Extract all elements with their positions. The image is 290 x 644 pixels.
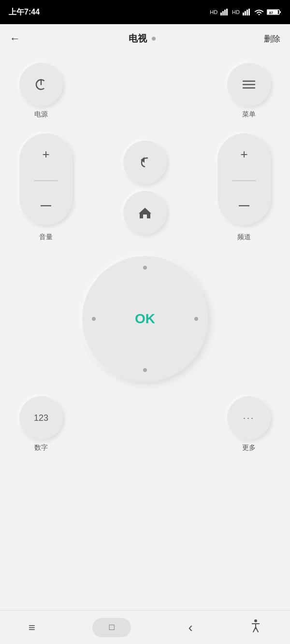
svg-rect-3 xyxy=(226,9,228,15)
svg-rect-5 xyxy=(245,11,246,15)
numbers-icon: 123 xyxy=(34,413,48,423)
power-col: 电源 xyxy=(19,63,63,119)
wifi-icon xyxy=(254,9,264,15)
signal-bars2-icon xyxy=(243,9,251,15)
channel-down-icon: — xyxy=(239,199,249,212)
volume-up-icon: + xyxy=(42,147,49,162)
signal2-icon: HD xyxy=(232,9,240,15)
volume-label: 音量 xyxy=(39,233,53,242)
title-status-dot xyxy=(152,37,156,41)
signal1-icon: HD xyxy=(210,9,218,15)
svg-rect-4 xyxy=(243,13,244,15)
sys-nav-accessibility-icon[interactable] xyxy=(250,619,261,636)
back-button[interactable]: ← xyxy=(10,32,20,45)
sys-nav-home-button[interactable]: □ xyxy=(92,618,131,637)
menu-icon xyxy=(242,79,256,90)
status-time: 上午7:44 xyxy=(9,7,40,17)
menu-label: 菜单 xyxy=(242,110,256,119)
numbers-label: 数字 xyxy=(34,444,48,452)
bottom-row: 123 数字 ··· 更多 xyxy=(19,396,271,452)
dpad-down-dot xyxy=(143,368,147,372)
volume-down-icon: — xyxy=(41,199,51,212)
svg-line-23 xyxy=(253,627,256,632)
channel-up-icon: + xyxy=(240,147,247,162)
sys-nav-back-icon[interactable]: ‹ xyxy=(188,620,192,635)
svg-line-24 xyxy=(256,627,258,632)
power-menu-row: 电源 菜单 xyxy=(19,63,271,119)
power-icon xyxy=(33,77,49,92)
menu-col: 菜单 xyxy=(227,63,271,119)
svg-rect-0 xyxy=(220,13,222,15)
svg-text:87: 87 xyxy=(269,11,273,14)
controls-row: + — 音量 + xyxy=(19,133,271,242)
dpad-left-dot xyxy=(92,317,96,321)
svg-rect-10 xyxy=(280,11,281,13)
page-title: 电视 xyxy=(129,32,156,45)
numbers-button[interactable]: 123 xyxy=(19,396,63,440)
ok-button[interactable]: OK xyxy=(135,311,155,327)
system-nav-bar: ≡ □ ‹ xyxy=(0,610,290,644)
dpad-right-dot xyxy=(194,317,198,321)
svg-rect-7 xyxy=(248,9,250,15)
top-nav: ← 电视 删除 xyxy=(0,24,290,53)
svg-rect-2 xyxy=(224,10,226,15)
back-nav-icon xyxy=(138,156,152,169)
dpad[interactable]: OK xyxy=(82,256,208,382)
channel-divider xyxy=(232,180,256,181)
channel-col: + — 频道 xyxy=(218,133,271,242)
more-col: ··· 更多 xyxy=(227,396,271,452)
main-content: 电源 菜单 + — 音量 xyxy=(0,53,290,472)
home-icon xyxy=(138,206,152,219)
status-icons: HD HD 87 xyxy=(210,9,281,15)
delete-button[interactable]: 删除 xyxy=(264,33,280,44)
dpad-up-dot xyxy=(143,266,147,270)
status-bar: 上午7:44 HD HD 87 xyxy=(0,0,290,24)
center-buttons xyxy=(123,141,167,234)
back-nav-button[interactable] xyxy=(123,141,167,184)
channel-pill[interactable]: + — xyxy=(218,133,271,225)
more-icon: ··· xyxy=(243,413,255,423)
svg-rect-6 xyxy=(246,10,248,15)
more-button[interactable]: ··· xyxy=(227,396,271,440)
signal-bars-icon xyxy=(220,9,229,15)
svg-rect-1 xyxy=(222,11,224,15)
battery-icon: 87 xyxy=(267,9,281,15)
volume-col: + — 音量 xyxy=(19,133,72,242)
svg-point-20 xyxy=(254,619,257,622)
sys-nav-menu-icon[interactable]: ≡ xyxy=(29,621,35,634)
power-button[interactable] xyxy=(19,63,63,106)
channel-label: 频道 xyxy=(237,233,251,242)
power-label: 电源 xyxy=(34,110,48,119)
more-label: 更多 xyxy=(242,444,256,452)
svg-rect-19 xyxy=(143,215,147,218)
sys-nav-home-icon: □ xyxy=(109,622,115,632)
volume-pill[interactable]: + — xyxy=(19,133,72,225)
volume-divider xyxy=(34,180,58,181)
numbers-col: 123 数字 xyxy=(19,396,63,452)
accessibility-icon xyxy=(250,619,261,633)
menu-button[interactable] xyxy=(227,63,271,106)
home-nav-button[interactable] xyxy=(123,191,167,234)
